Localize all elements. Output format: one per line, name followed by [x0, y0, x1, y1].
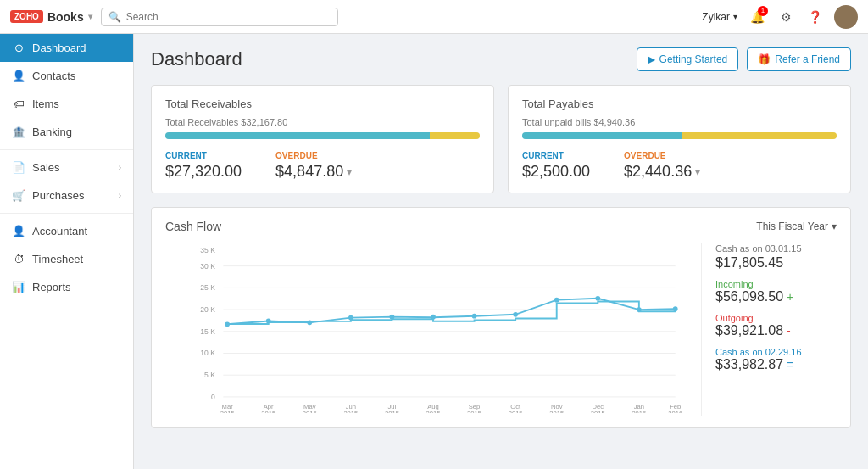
cashflow-chart: 0 5 K 10 K 15 K 20 K 25 K 30 K 35 K [165, 243, 701, 416]
svg-text:5 K: 5 K [204, 371, 215, 379]
search-input[interactable] [126, 11, 331, 23]
logo-chevron-icon[interactable]: ▾ [88, 12, 92, 21]
avatar[interactable] [834, 5, 858, 29]
user-menu[interactable]: Zylkar ▾ [702, 11, 737, 23]
purchases-arrow-icon: › [119, 191, 121, 200]
cf-stat-incoming: Incoming $56,098.50 + [715, 279, 837, 304]
timesheet-icon: ⏱ [12, 253, 25, 265]
cf-stat-outgoing: Outgoing $39,921.08 - [715, 313, 837, 338]
cf-incoming-value: $56,098.50 [715, 289, 783, 304]
notification-button[interactable]: 🔔 1 [748, 8, 766, 26]
sidebar-item-contacts[interactable]: 👤 Contacts [0, 62, 133, 90]
header-buttons: ▶ Getting Started 🎁 Refer a Friend [637, 47, 851, 71]
banking-icon: 🏦 [12, 126, 25, 138]
receivables-current-amount: $27,320.00 [165, 163, 242, 181]
settings-button[interactable]: ⚙ [776, 8, 795, 26]
app-logo: ZOHO Books ▾ [10, 10, 92, 24]
sidebar-item-sales[interactable]: 📄 Sales › [0, 154, 133, 181]
cf-incoming-label: Incoming [715, 279, 837, 289]
receivables-current-bar [165, 132, 430, 139]
receivables-card: Total Receivables Total Receivables $32,… [151, 85, 494, 193]
sidebar-item-accountant[interactable]: 👤 Accountant [0, 217, 133, 245]
payables-subtitle: Total unpaid bills $4,940.36 [522, 117, 837, 127]
receivables-overdue-dropdown[interactable]: ▾ [347, 166, 352, 178]
sidebar-divider-1 [0, 149, 133, 150]
gift-icon: 🎁 [758, 53, 771, 65]
payables-current-group: CURRENT $2,500.00 [522, 151, 590, 181]
svg-text:15 K: 15 K [200, 327, 215, 336]
notification-badge: 1 [758, 6, 768, 16]
sales-icon: 📄 [12, 161, 25, 174]
payables-current-amount: $2,500.00 [522, 163, 590, 181]
chart-point-sep [472, 314, 477, 319]
cf-outgoing-value: $39,921.08 [715, 323, 783, 338]
cf-closing-sign: = [787, 358, 793, 371]
dashboard-icon: ⊙ [12, 42, 25, 54]
cf-incoming-sign: + [787, 290, 793, 304]
help-button[interactable]: ❓ [805, 8, 824, 26]
books-label: Books [47, 10, 84, 24]
payables-progress [522, 132, 837, 139]
cf-closing-value-row: $33,982.87 = [715, 357, 837, 372]
x-year-sep: 2015 [467, 410, 481, 413]
cashflow-line [227, 301, 676, 323]
x-year-oct: 2015 [509, 410, 523, 413]
refer-friend-button[interactable]: 🎁 Refer a Friend [747, 47, 851, 71]
receivables-title: Total Receivables [165, 98, 480, 110]
page-title: Dashboard [151, 48, 637, 70]
topbar: ZOHO Books ▾ 🔍 Zylkar ▾ 🔔 1 ⚙ ❓ [0, 0, 868, 34]
cashflow-filter-button[interactable]: This Fiscal Year ▾ [756, 221, 837, 232]
payables-current-bar [522, 132, 682, 139]
chart-point-oct [513, 312, 518, 317]
sidebar-item-timesheet[interactable]: ⏱ Timesheet [0, 245, 133, 273]
receivables-progress [165, 132, 480, 139]
svg-text:10 K: 10 K [200, 349, 215, 357]
sidebar-divider-2 [0, 213, 133, 214]
x-year-apr: 2015 [261, 410, 275, 413]
receivables-overdue-bar [430, 132, 480, 139]
cf-outgoing-value-row: $39,921.08 - [715, 323, 837, 338]
payables-overdue-bar [682, 132, 837, 139]
cf-outgoing-sign: - [787, 324, 791, 338]
chart-point-apr [266, 319, 271, 324]
sidebar: ⊙ Dashboard 👤 Contacts 🏷 Items 🏦 Banking… [0, 34, 134, 469]
payables-current-label: CURRENT [522, 151, 590, 160]
chart-point-feb [673, 306, 678, 311]
cf-closing-value: $33,982.87 [715, 357, 783, 372]
chart-point-jun [348, 315, 353, 321]
chart-point-may [307, 320, 312, 325]
zoho-brand: ZOHO [10, 10, 43, 23]
payables-overdue-label: OVERDUE [624, 151, 700, 160]
summary-cards: Total Receivables Total Receivables $32,… [151, 85, 851, 193]
x-year-may: 2015 [303, 410, 317, 413]
sidebar-item-banking[interactable]: 🏦 Banking [0, 118, 133, 146]
getting-started-button[interactable]: ▶ Getting Started [637, 47, 739, 71]
accountant-icon: 👤 [12, 225, 25, 237]
sidebar-item-items[interactable]: 🏷 Items [0, 90, 133, 118]
contacts-icon: 👤 [12, 70, 25, 82]
receivables-overdue-group: OVERDUE $4,847.80 ▾ [275, 151, 352, 181]
receivables-subtitle: Total Receivables $32,167.80 [165, 117, 480, 127]
cf-incoming-value-row: $56,098.50 + [715, 289, 837, 304]
sidebar-label-reports: Reports [32, 281, 71, 293]
svg-text:35 K: 35 K [200, 246, 215, 254]
sidebar-item-reports[interactable]: 📊 Reports [0, 273, 133, 301]
sidebar-item-dashboard[interactable]: ⊙ Dashboard [0, 34, 133, 62]
svg-text:0: 0 [211, 393, 215, 401]
topbar-right: Zylkar ▾ 🔔 1 ⚙ ❓ [702, 5, 858, 29]
chart-point-mar [225, 321, 230, 327]
payables-overdue-dropdown[interactable]: ▾ [695, 166, 700, 178]
payables-overdue-amount: $2,440.36 ▾ [624, 163, 700, 181]
purchases-icon: 🛒 [12, 189, 25, 202]
x-year-jul: 2015 [385, 410, 399, 413]
search-bar[interactable]: 🔍 [101, 8, 338, 26]
sales-arrow-icon: › [119, 163, 121, 172]
cf-opening-label: Cash as on 03.01.15 [715, 243, 837, 254]
sidebar-item-purchases[interactable]: 🛒 Purchases › [0, 181, 133, 209]
payables-title: Total Payables [522, 98, 837, 110]
cf-outgoing-label: Outgoing [715, 313, 837, 323]
x-year-jan: 2016 [632, 410, 646, 413]
svg-text:20 K: 20 K [200, 305, 215, 314]
cashflow-header: Cash Flow This Fiscal Year ▾ [165, 220, 837, 233]
x-year-nov: 2015 [549, 410, 564, 413]
